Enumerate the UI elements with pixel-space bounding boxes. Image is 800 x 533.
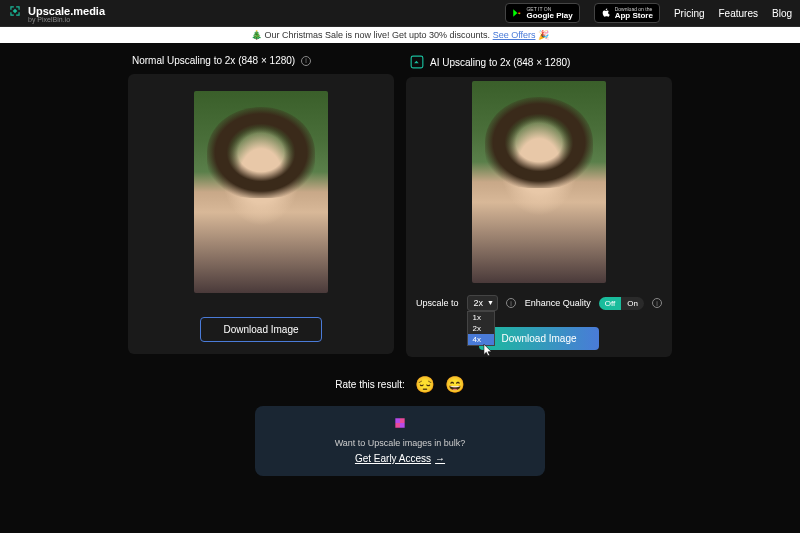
upscale-select[interactable]: 2x ▼	[467, 295, 499, 311]
party-emoji: 🎉	[538, 30, 549, 40]
bulk-icon	[393, 416, 407, 430]
chevron-down-icon: ▼	[487, 299, 494, 306]
enhance-label: Enhance Quality	[525, 298, 591, 308]
bulk-card: Want to Upscale images in bulk? Get Earl…	[255, 406, 545, 476]
upscale-dropdown: 1x 2x 4x	[467, 311, 495, 346]
logo-subtitle: by PixelBin.io	[28, 16, 105, 23]
rate-bad-emoji[interactable]: 😔	[415, 375, 435, 394]
promo-text: Our Christmas Sale is now live! Get upto…	[265, 30, 491, 40]
option-1x[interactable]: 1x	[468, 312, 494, 323]
tree-emoji: 🎄	[251, 30, 262, 40]
info-icon[interactable]: i	[301, 56, 311, 66]
toggle-off: Off	[599, 297, 622, 310]
ai-title: AI Upscaling to 2x (848 × 1280)	[430, 57, 570, 68]
download-normal-button[interactable]: Download Image	[200, 317, 321, 342]
upscale-label: Upscale to	[416, 298, 459, 308]
nav-pricing[interactable]: Pricing	[674, 8, 705, 19]
header: Upscale.media by PixelBin.io GET IT ONGo…	[0, 0, 800, 27]
info-icon[interactable]: i	[506, 298, 516, 308]
normal-image	[194, 91, 328, 293]
apple-icon	[601, 7, 611, 19]
normal-title: Normal Upscaling to 2x (848 × 1280)	[132, 55, 295, 66]
google-play-badge[interactable]: GET IT ONGoogle Play	[505, 3, 579, 23]
rate-label: Rate this result:	[335, 379, 404, 390]
rate-good-emoji[interactable]: 😄	[445, 375, 465, 394]
bulk-text: Want to Upscale images in bulk?	[265, 438, 535, 448]
normal-panel: Normal Upscaling to 2x (848 × 1280) i Do…	[128, 55, 394, 357]
rate-row: Rate this result: 😔 😄	[0, 375, 800, 394]
ai-image	[472, 81, 606, 283]
promo-link[interactable]: See Offers	[493, 30, 536, 40]
ai-panel: AI Upscaling to 2x (848 × 1280) Upscale …	[406, 55, 672, 357]
option-2x[interactable]: 2x	[468, 323, 494, 334]
nav-blog[interactable]: Blog	[772, 8, 792, 19]
upscale-logo-icon	[8, 4, 22, 18]
app-store-badge[interactable]: Download on theApp Store	[594, 3, 660, 23]
ai-upscale-icon	[410, 55, 424, 69]
arrow-right-icon: →	[435, 453, 445, 464]
info-icon[interactable]: i	[652, 298, 662, 308]
download-ai-button[interactable]: Download Image	[479, 327, 598, 350]
option-4x[interactable]: 4x	[468, 334, 494, 345]
google-play-icon	[512, 8, 522, 18]
enhance-toggle[interactable]: Off On	[599, 297, 644, 310]
promo-bar: 🎄 Our Christmas Sale is now live! Get up…	[0, 27, 800, 43]
nav-features[interactable]: Features	[719, 8, 758, 19]
toggle-on: On	[621, 297, 644, 310]
logo-wrap[interactable]: Upscale.media by PixelBin.io	[8, 4, 105, 23]
bulk-link[interactable]: Get Early Access →	[355, 453, 445, 464]
